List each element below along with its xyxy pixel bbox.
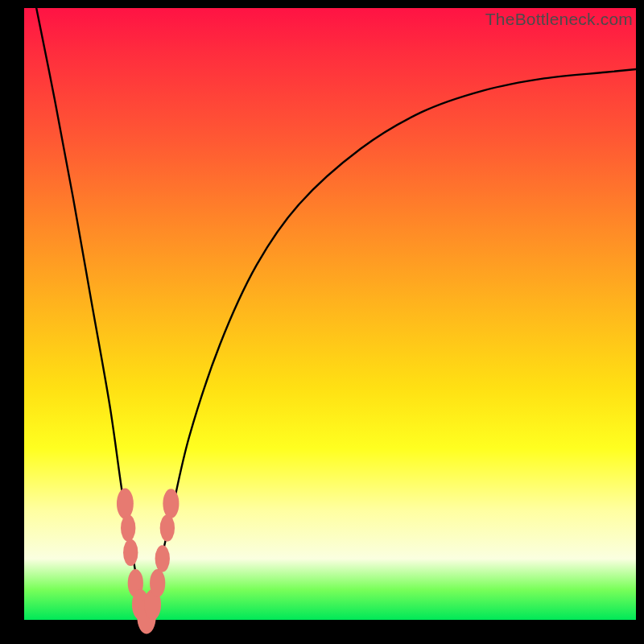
marker-point xyxy=(160,514,175,541)
chart-frame: TheBottleneck.com xyxy=(0,0,644,644)
marker-point xyxy=(163,489,179,518)
marker-point xyxy=(117,489,134,519)
chart-svg xyxy=(24,8,636,620)
marker-point xyxy=(155,545,170,572)
marker-point xyxy=(123,539,138,566)
marker-point xyxy=(121,514,135,541)
marker-point xyxy=(150,569,165,597)
marker-cluster xyxy=(117,489,179,634)
